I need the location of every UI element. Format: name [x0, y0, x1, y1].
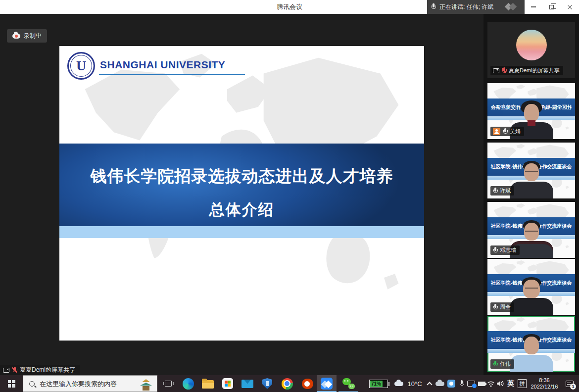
cloud-icon — [394, 382, 403, 386]
participant-name: 周全 — [500, 303, 511, 311]
restore-button[interactable] — [542, 0, 561, 14]
speaker-icon — [496, 380, 504, 387]
close-icon — [567, 4, 573, 10]
edge-icon — [183, 378, 194, 390]
slide-title-line1: 钱伟长学院招录选拔动态进出及人才培养 — [59, 165, 424, 188]
tray-volume[interactable] — [495, 375, 505, 392]
participant-name: 夏夏Demi的屏幕共享 — [509, 67, 560, 74]
tray-screen-cast[interactable] — [466, 375, 477, 392]
taskbar-app-edge[interactable] — [178, 375, 198, 392]
tencent-meeting-window: 腾讯会议 正在讲话: 任伟; 许斌 录制中 — [0, 0, 579, 392]
temperature-label[interactable]: 10°C — [405, 375, 424, 392]
chrome-icon — [282, 378, 293, 390]
taskbar-app-mail[interactable] — [238, 375, 257, 392]
participant-tile[interactable]: 社区学院-钱伟长学院合作交流座谈会 许斌 — [487, 143, 575, 198]
participant-name: 邓志瑞 — [500, 246, 516, 254]
cloud-icon — [435, 382, 444, 386]
clock-date: 2022/12/16 — [531, 384, 558, 390]
screen-share-source-label: 夏夏Demi的屏幕共享 — [20, 366, 75, 374]
glasses — [525, 288, 538, 290]
search-input[interactable] — [40, 380, 133, 388]
taskbar-clock[interactable]: 8:36 2022/12/16 — [529, 375, 560, 392]
shared-screen-slide: U SHANGHAI UNIVERSITY 钱伟长学院招录选拔动态进出及人才培养… — [59, 46, 424, 341]
participant-name-tag: 周全 — [490, 302, 514, 312]
close-button[interactable] — [561, 0, 579, 14]
participant-name: 许斌 — [500, 187, 511, 195]
window-controls — [524, 0, 579, 14]
glasses — [525, 231, 538, 233]
clock-time: 8:36 — [539, 377, 549, 384]
tencent-meeting-icon — [321, 378, 333, 390]
screen-share-icon — [3, 368, 9, 373]
muted-mic-icon — [12, 367, 17, 374]
taskbar-app-chrome[interactable] — [277, 375, 297, 392]
weather-widget[interactable] — [392, 375, 405, 392]
search-icon — [29, 381, 35, 387]
task-view-icon — [165, 381, 172, 387]
mic-icon — [503, 128, 507, 135]
restore-icon — [549, 5, 554, 9]
glasses — [525, 171, 538, 174]
battery-icon: 71% — [369, 380, 388, 388]
avatar — [516, 30, 547, 60]
tray-battery[interactable] — [476, 375, 487, 392]
participant-name: 任伟 — [500, 360, 511, 368]
mic-icon — [431, 3, 435, 11]
participant-tile-active-speaker[interactable]: 社区学院-钱伟长学院合作交流座谈会 任伟 — [487, 316, 575, 372]
tray-overflow-button[interactable] — [425, 375, 434, 392]
title-bar: 腾讯会议 正在讲话: 任伟; 许斌 — [0, 0, 579, 14]
windows-taskbar: 71% 10°C 英 拼 8:36 — [0, 375, 579, 392]
microsoft-store-icon — [222, 378, 233, 389]
taskbar-app-tencent-meeting[interactable] — [317, 375, 337, 392]
recording-badge[interactable]: 录制中 — [7, 29, 47, 43]
mic-icon — [493, 247, 497, 254]
tray-microphone[interactable] — [457, 375, 466, 392]
taskbar-app-store[interactable] — [218, 375, 238, 392]
participants-sidebar: 夏夏Demi的屏幕共享 社区学院-钱伟长学院合作交流座谈会 — [483, 14, 579, 375]
mail-icon — [241, 380, 253, 388]
action-center-button[interactable]: 1 — [562, 375, 577, 392]
screen-share-source-pill: 夏夏Demi的屏幕共享 — [0, 365, 80, 375]
chevron-up-icon — [427, 382, 432, 387]
minimize-button[interactable] — [524, 0, 542, 14]
tray-wifi[interactable] — [486, 375, 496, 392]
battery-percent-indicator[interactable]: 71% — [367, 375, 390, 392]
tencent-meeting-logo-icon — [503, 2, 521, 11]
participant-tile[interactable]: 社区学院-钱伟长学院合作交流座谈会 周全 — [487, 259, 575, 315]
taskbar-app-wechat[interactable] — [338, 375, 358, 392]
minimize-icon — [531, 6, 536, 7]
ime-latin-indicator[interactable]: 英 — [505, 375, 516, 392]
university-logo-row: U SHANGHAI UNIVERSITY — [67, 52, 245, 80]
taskbar-app-office[interactable] — [297, 375, 317, 392]
participant-tile[interactable]: 社区学院-钱伟长学院合作交流座谈会 邓志瑞 — [487, 202, 575, 258]
speaking-mic-icon — [493, 361, 497, 368]
muted-mic-icon — [502, 67, 506, 74]
tray-blue-app[interactable] — [446, 375, 457, 392]
taskbar-search-box[interactable] — [23, 375, 157, 392]
notification-count-badge: 1 — [570, 384, 576, 390]
recording-label: 录制中 — [24, 32, 42, 40]
file-explorer-icon — [202, 380, 214, 389]
shanghai-university-emblem-icon: U — [67, 52, 95, 80]
task-view-button[interactable] — [159, 375, 177, 392]
participant-name: 吴娟 — [510, 128, 521, 135]
participant-name-tag: 夏夏Demi的屏幕共享 — [490, 66, 563, 75]
mic-icon — [460, 380, 464, 387]
participant-tile-screen-share[interactable]: 夏夏Demi的屏幕共享 — [487, 22, 575, 78]
tray-cloud-app[interactable] — [434, 375, 445, 392]
now-speaking-indicator: 正在讲话: 任伟; 许斌 — [427, 0, 525, 14]
screen-share-icon — [493, 68, 499, 73]
start-button[interactable] — [0, 375, 23, 392]
windows-logo-icon — [8, 380, 15, 388]
wechat-icon — [342, 378, 355, 389]
participant-tile[interactable]: 社区学院-钱伟长学院合作交流座谈会 吴娟 — [487, 83, 575, 139]
taskbar-app-file-explorer[interactable] — [198, 375, 218, 392]
mic-icon — [493, 304, 497, 311]
participant-name-tag: 任伟 — [490, 359, 514, 369]
ime-pinyin-indicator[interactable]: 拼 — [516, 375, 528, 392]
participant-name-tag: 许斌 — [490, 186, 514, 196]
cloud-record-icon — [12, 34, 20, 39]
hand-raised-badge-icon — [493, 128, 500, 135]
taskbar-app-defender[interactable] — [257, 375, 277, 392]
cast-icon — [467, 381, 475, 387]
